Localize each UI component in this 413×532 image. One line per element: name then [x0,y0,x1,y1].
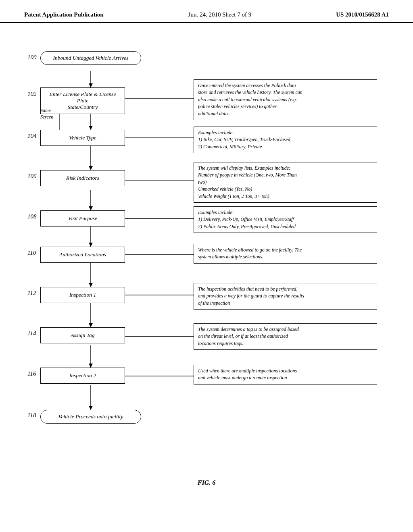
node-106: Risk Indicators [40,170,125,186]
step-number-102: 102 [27,91,37,98]
annotation-108: Examples include: 1) Delivery, Pick-Up, … [194,206,377,233]
diagram-area: 100 Inbound Untagged Vehicle Arrives 102… [0,23,413,499]
annotation-114: The system determines a tag is to be ass… [194,323,377,350]
step-number-100: 100 [27,54,37,61]
step-number-106: 106 [27,173,37,180]
node-116: Inspection 2 [40,368,125,384]
svg-marker-19 [89,166,93,170]
annotation-106: The system will display lists. Examples … [194,162,377,203]
header-left: Patent Application Publication [24,11,104,18]
svg-marker-20 [89,206,93,210]
node-104: Vehicle Type [40,130,125,146]
node-118: Vehicle Proceeds onto facility [40,410,141,424]
header-center: Jun. 24, 2010 Sheet 7 of 9 [188,11,252,18]
svg-marker-21 [89,243,93,247]
annotation-104: Examples include: 1) Bike, Car, SUV, Tru… [194,127,377,153]
svg-marker-22 [89,283,93,287]
svg-marker-18 [89,126,93,130]
annotation-110: Where is the vehicle allowed to go on th… [194,244,377,264]
step-number-112: 112 [27,290,36,297]
same-screen-label: Same Screen [40,108,53,120]
node-100: Inbound Untagged Vehicle Arrives [40,51,141,65]
step-number-114: 114 [27,330,36,337]
svg-marker-17 [89,83,93,87]
svg-marker-24 [89,364,93,368]
header-right: US 2010/0156628 A1 [336,11,389,18]
svg-marker-25 [89,406,93,410]
annotation-116: Used when there are multiple inspections… [194,365,377,384]
figure-label: FIG. 6 [198,479,215,486]
node-114: Assign Tag [40,327,125,343]
step-number-116: 116 [27,370,36,377]
annotation-112: The inspection activities that need to b… [194,283,377,310]
node-108: Visit Purpose [40,210,125,227]
step-number-108: 108 [27,213,37,220]
step-number-104: 104 [27,133,37,139]
annotation-102: Once entered the system accesses the Pol… [194,79,377,120]
node-112: Inspection 1 [40,287,125,303]
step-number-110: 110 [27,249,36,256]
step-number-118: 118 [27,412,36,419]
page-header: Patent Application Publication Jun. 24, … [0,0,413,23]
node-110: Authorized Locations [40,247,125,263]
svg-marker-23 [89,323,93,327]
